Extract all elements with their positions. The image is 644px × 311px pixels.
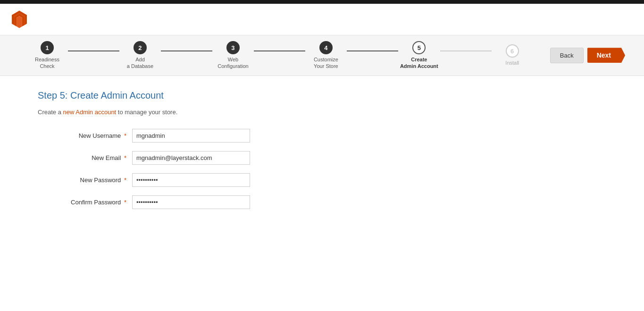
step-circle-1: 1: [41, 41, 54, 54]
password-row: New Password *: [38, 173, 368, 187]
confirm-password-input[interactable]: [132, 195, 250, 209]
wizard-actions: Back Next: [550, 48, 635, 63]
header: [0, 4, 644, 35]
connector-4-5: [347, 50, 398, 51]
confirm-password-row: Confirm Password *: [38, 195, 368, 209]
wizard-step-2: 2 Adda Database: [121, 41, 159, 70]
wizard-step-5: 5 CreateAdmin Account: [400, 41, 438, 70]
magento-logo-icon: [9, 9, 29, 29]
main-content: Step 5: Create Admin Account Create a ne…: [0, 76, 644, 232]
email-required: *: [124, 154, 126, 161]
step-circle-3: 3: [226, 41, 240, 54]
step-label-3: WebConfiguration: [217, 56, 248, 70]
step-circle-4: 4: [319, 41, 333, 54]
confirm-password-label: Confirm Password *: [38, 199, 132, 206]
username-label: New Username *: [38, 132, 132, 139]
confirm-required: *: [124, 199, 126, 206]
connector-5-6: [440, 50, 492, 51]
email-input[interactable]: [132, 151, 250, 165]
wizard-step-1: 1 ReadinessCheck: [28, 41, 66, 70]
username-required: *: [124, 132, 126, 139]
connector-1-2: [68, 50, 119, 51]
step-label-4: CustomizeYour Store: [314, 56, 338, 70]
description-link[interactable]: new Admin account: [63, 109, 116, 116]
username-input[interactable]: [132, 129, 250, 143]
step-title: Step 5: Create Admin Account: [38, 90, 606, 101]
email-row: New Email *: [38, 151, 368, 165]
step-label-5: CreateAdmin Account: [400, 56, 438, 70]
step-description: Create a new Admin account to manage you…: [38, 109, 606, 116]
step-circle-5: 5: [412, 41, 426, 54]
password-label: New Password *: [38, 177, 132, 184]
wizard-step-6: 6 Install: [493, 44, 531, 66]
back-button[interactable]: Back: [550, 48, 584, 63]
admin-account-form: New Username * New Email * New Password …: [38, 129, 368, 209]
wizard-step-4: 4 CustomizeYour Store: [307, 41, 345, 70]
email-label: New Email *: [38, 154, 132, 161]
description-prefix: Create a: [38, 109, 63, 116]
wizard-step-3: 3 WebConfiguration: [214, 41, 252, 70]
password-required: *: [124, 177, 126, 184]
wizard-bar: 1 ReadinessCheck 2 Adda Database 3 WebCo…: [0, 35, 644, 76]
step-label-6: Install: [505, 59, 519, 66]
connector-2-3: [161, 50, 212, 51]
step-label-2: Adda Database: [127, 56, 153, 70]
connector-3-4: [254, 50, 305, 51]
step-circle-2: 2: [134, 41, 147, 54]
step-label-1: ReadinessCheck: [35, 56, 59, 70]
top-bar: [0, 0, 644, 4]
description-suffix: to manage your store.: [116, 109, 177, 116]
wizard-steps: 1 ReadinessCheck 2 Adda Database 3 WebCo…: [9, 35, 550, 76]
step-circle-6: 6: [506, 44, 519, 58]
next-button[interactable]: Next: [587, 48, 625, 63]
password-input[interactable]: [132, 173, 250, 187]
username-row: New Username *: [38, 129, 368, 143]
